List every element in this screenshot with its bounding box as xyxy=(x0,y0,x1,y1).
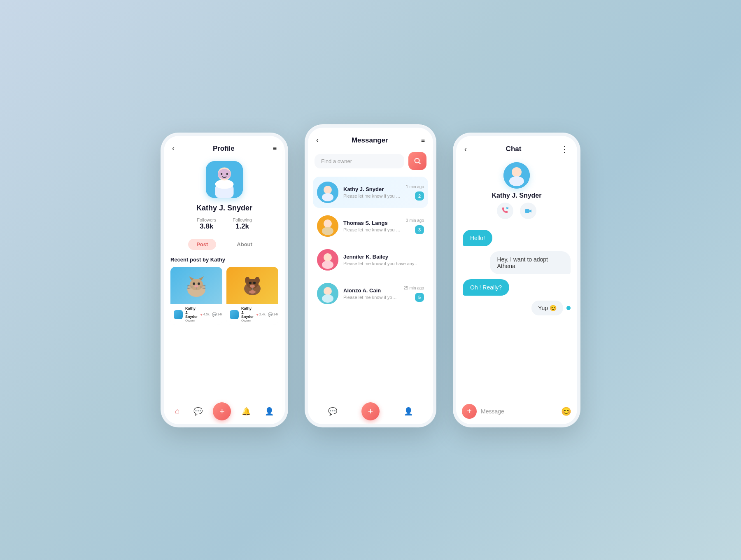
chat-meta-kathy: 1 min ago 2 xyxy=(406,184,424,201)
chat-add-button[interactable]: + xyxy=(462,404,477,419)
video-call-button[interactable] xyxy=(520,203,536,219)
chat-item-kathy[interactable]: Kathy J. Snyder Please let me know if yo… xyxy=(313,177,428,208)
post-card-2[interactable]: Kathy J. Snyder Owner ♥2.4k 💬14k xyxy=(226,267,278,325)
svg-point-26 xyxy=(322,193,333,201)
post-meta-role-1: Owner xyxy=(185,319,198,322)
post-meta-1: Kathy J. Snyder Owner ♥4.5k 💬14k xyxy=(170,304,222,325)
post-image-1 xyxy=(170,267,222,304)
messenger-phone: ‹ Messanger ≡ Find a owner xyxy=(305,124,436,427)
about-tab[interactable]: About xyxy=(228,239,261,250)
messenger-header: ‹ Messanger ≡ xyxy=(308,128,433,149)
svg-point-35 xyxy=(322,294,333,303)
profile-tabs: Post About xyxy=(164,239,285,250)
message-really: Oh ! Really? xyxy=(463,279,509,296)
post-likes-1: ♥4.5k xyxy=(200,313,210,317)
svg-point-13 xyxy=(194,285,198,287)
comment-icon-2: 💬 xyxy=(268,313,273,317)
post-meta-info-2: Kathy J. Snyder Owner xyxy=(241,306,254,322)
chat-badge-kathy: 2 xyxy=(415,191,424,201)
messenger-nav-user-icon[interactable]: 👤 xyxy=(404,407,413,416)
messenger-menu-icon[interactable]: ≡ xyxy=(421,137,425,144)
post-meta-actions-2: ♥2.4k 💬14k xyxy=(256,313,278,317)
message-yup: Yup 😊 xyxy=(531,301,563,315)
svg-point-5 xyxy=(221,173,223,175)
chat-list: Kathy J. Snyder Please let me know if yo… xyxy=(308,177,433,309)
chat-badge-alonzo: 5 xyxy=(415,293,424,302)
post-likes-2: ♥2.4k xyxy=(256,313,266,317)
messenger-nav-add-button[interactable]: + xyxy=(361,402,380,420)
profile-stats: Followers 3.8k Following 1.2k xyxy=(164,217,285,231)
post-tab[interactable]: Post xyxy=(188,239,216,250)
profile-bottom-nav: ⌂ 💬 + 🔔 👤 xyxy=(164,398,285,424)
nav-add-button[interactable]: + xyxy=(213,402,231,420)
svg-point-3 xyxy=(215,180,234,189)
chat-info-jennifer: Jennifer K. Bailey Please let me know if… xyxy=(343,254,419,266)
messenger-title: Messanger xyxy=(352,136,388,145)
search-input[interactable]: Find a owner xyxy=(315,154,404,168)
chat-preview-alonzo: Please let me know if you have any quest… xyxy=(343,295,399,300)
nav-bell-icon[interactable]: 🔔 xyxy=(238,404,254,419)
profile-menu-icon[interactable]: ≡ xyxy=(273,145,277,152)
chat-preview-thomas: Please let me know if you have any quest… xyxy=(343,227,401,232)
messenger-back-button[interactable]: ‹ xyxy=(316,136,319,145)
chat-meta-alonzo: 25 min ago 5 xyxy=(404,286,424,302)
svg-point-28 xyxy=(324,219,332,228)
nav-chat-icon[interactable]: 💬 xyxy=(190,404,206,419)
profile-avatar xyxy=(206,161,243,198)
svg-point-32 xyxy=(322,261,333,269)
post-meta-info-1: Kathy J. Snyder Owner xyxy=(185,306,198,322)
chat-avatar-jennifer xyxy=(317,249,338,271)
chat-preview-kathy: Please let me know if you have any quest… xyxy=(343,194,401,198)
followers-label: Followers xyxy=(197,217,216,222)
chat-input-bar: + Message 😊 xyxy=(456,398,577,424)
message-adopt: Hey, I want to adopt Athena xyxy=(490,251,571,274)
post-card-1[interactable]: Kathy J. Snyder Owner ♥4.5k 💬14k xyxy=(170,267,222,325)
messenger-nav-chat-icon[interactable]: 💬 xyxy=(328,407,337,416)
chat-avatar-kathy xyxy=(317,182,338,203)
chat-name-thomas: Thomas S. Langs xyxy=(343,220,401,226)
phone-call-button[interactable] xyxy=(497,203,513,219)
emoji-button[interactable]: 😊 xyxy=(561,406,571,416)
chat-back-button[interactable]: ‹ xyxy=(464,145,467,154)
followers-stat: Followers 3.8k xyxy=(197,217,216,231)
chat-meta-thomas: 3 min ago 3 xyxy=(406,218,424,234)
chat-preview-jennifer: Please let me know if you have any quest… xyxy=(343,261,419,266)
chat-name-jennifer: Jennifer K. Bailey xyxy=(343,254,419,260)
search-button[interactable] xyxy=(408,152,426,170)
post-grid: Kathy J. Snyder Owner ♥4.5k 💬14k xyxy=(164,267,285,325)
chat-time-thomas: 3 min ago xyxy=(406,218,424,223)
svg-point-25 xyxy=(324,186,332,194)
svg-point-34 xyxy=(324,287,332,295)
chat-item-alonzo[interactable]: Alonzo A. Cain Please let me know if you… xyxy=(313,278,428,309)
nav-user-icon[interactable]: 👤 xyxy=(261,404,277,419)
svg-line-23 xyxy=(419,162,420,164)
profile-back-button[interactable]: ‹ xyxy=(172,144,175,153)
chat-menu-dots[interactable]: ⋮ xyxy=(560,144,569,154)
post-meta-avatar-2 xyxy=(230,310,239,319)
svg-point-21 xyxy=(249,290,256,294)
chat-contact-name: Kathy J. Snyder xyxy=(492,192,542,199)
chat-action-icons xyxy=(497,203,536,219)
chat-time-kathy: 1 min ago xyxy=(406,184,424,189)
nav-home-icon[interactable]: ⌂ xyxy=(172,404,183,419)
post-meta-name-2: Kathy J. Snyder xyxy=(241,306,254,319)
chat-header-info: Kathy J. Snyder xyxy=(456,158,577,226)
svg-point-20 xyxy=(250,285,255,288)
chat-message-input[interactable]: Message xyxy=(481,408,557,415)
post-meta-name-1: Kathy J. Snyder xyxy=(185,306,198,319)
chat-time-alonzo: 25 min ago xyxy=(404,286,424,290)
profile-title: Profile xyxy=(213,145,235,153)
chat-name-kathy: Kathy J. Snyder xyxy=(343,186,401,192)
svg-point-38 xyxy=(509,176,524,186)
svg-rect-39 xyxy=(525,209,529,213)
chat-avatar-alonzo xyxy=(317,283,338,304)
post-meta-role-2: Owner xyxy=(241,319,254,322)
profile-header: ‹ Profile ≡ xyxy=(164,136,285,157)
svg-point-37 xyxy=(512,167,522,177)
heart-icon-1: ♥ xyxy=(200,313,203,317)
chat-item-jennifer[interactable]: Jennifer K. Bailey Please let me know if… xyxy=(313,244,428,275)
profile-phone: ‹ Profile ≡ xyxy=(161,133,288,427)
chat-item-thomas[interactable]: Thomas S. Langs Please let me know if yo… xyxy=(313,210,428,242)
post-meta-actions-1: ♥4.5k 💬14k xyxy=(200,313,222,317)
message-hello: Hello! xyxy=(463,230,492,246)
